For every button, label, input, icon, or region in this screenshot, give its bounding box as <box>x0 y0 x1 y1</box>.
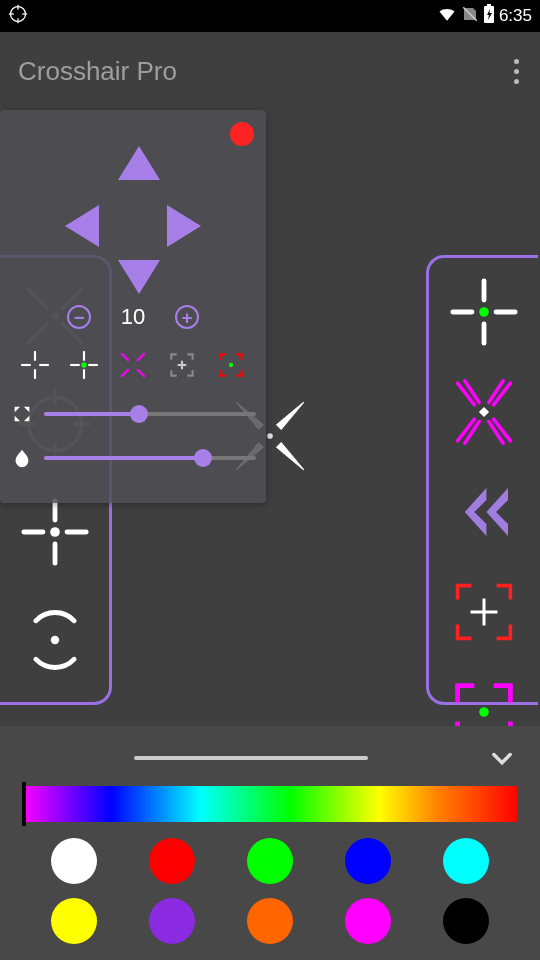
swatch-8[interactable] <box>345 898 391 944</box>
mini-x-magenta[interactable] <box>116 348 150 382</box>
preset-plus-green-dot[interactable] <box>444 276 524 348</box>
svg-point-28 <box>50 527 60 537</box>
sheet-handle[interactable] <box>134 756 368 760</box>
svg-point-48 <box>479 707 489 717</box>
size-slider[interactable] <box>44 412 256 416</box>
preset-brackets-red-plus[interactable] <box>444 576 524 648</box>
step-value: 10 <box>113 304 153 330</box>
dpad-right[interactable] <box>167 205 201 247</box>
svg-rect-43 <box>478 407 488 417</box>
dpad-left[interactable] <box>65 205 99 247</box>
preview-area: − 10 + <box>0 110 540 726</box>
svg-line-58 <box>121 353 128 360</box>
swatch-1[interactable] <box>149 838 195 884</box>
mini-cross-white[interactable] <box>18 348 52 382</box>
color-swatches <box>34 838 506 944</box>
swatch-6[interactable] <box>149 898 195 944</box>
step-plus-button[interactable]: + <box>175 305 199 329</box>
menu-button[interactable] <box>504 49 528 94</box>
app-header: Crosshair Pro <box>0 32 540 110</box>
right-preset-rail <box>426 255 538 705</box>
size-icon <box>10 402 34 426</box>
svg-point-29 <box>50 636 58 644</box>
svg-marker-45 <box>486 488 508 536</box>
swatch-3[interactable] <box>345 838 391 884</box>
swatch-2[interactable] <box>247 838 293 884</box>
svg-line-59 <box>137 353 144 360</box>
opacity-slider[interactable] <box>44 456 256 460</box>
wifi-icon <box>437 4 457 29</box>
svg-line-61 <box>137 369 144 376</box>
preset-broken-circle[interactable] <box>15 600 95 680</box>
dpad <box>53 140 213 300</box>
mini-cross-green-dot[interactable] <box>67 348 101 382</box>
svg-point-34 <box>479 307 489 317</box>
swatch-4[interactable] <box>443 838 489 884</box>
step-minus-button[interactable]: − <box>67 305 91 329</box>
mini-preset-row <box>10 348 256 382</box>
mini-brackets-green[interactable] <box>214 348 248 382</box>
swatch-9[interactable] <box>443 898 489 944</box>
app-title: Crosshair Pro <box>12 56 177 87</box>
preset-x-magenta-slash[interactable] <box>444 376 524 448</box>
svg-point-13 <box>267 433 273 439</box>
status-bar: 6:35 <box>0 0 540 32</box>
collapse-button[interactable] <box>488 744 516 772</box>
color-picker-sheet <box>0 726 540 960</box>
svg-marker-44 <box>464 488 486 536</box>
svg-rect-7 <box>487 4 491 6</box>
sim-icon <box>461 5 479 28</box>
opacity-icon <box>10 446 34 470</box>
svg-marker-10 <box>277 402 304 429</box>
battery-icon <box>483 4 495 29</box>
preset-plus-dot[interactable] <box>15 492 95 572</box>
svg-marker-12 <box>277 443 304 470</box>
main-area: − 10 + <box>0 110 540 726</box>
record-indicator[interactable] <box>230 122 254 146</box>
spectrum-cursor[interactable] <box>22 782 26 826</box>
svg-line-60 <box>121 369 128 376</box>
swatch-0[interactable] <box>51 838 97 884</box>
dpad-up[interactable] <box>118 146 160 180</box>
svg-point-64 <box>229 363 233 367</box>
swatch-7[interactable] <box>247 898 293 944</box>
target-icon <box>8 4 28 29</box>
svg-point-57 <box>81 362 86 367</box>
swatch-5[interactable] <box>51 898 97 944</box>
dpad-down[interactable] <box>118 260 160 294</box>
control-panel[interactable]: − 10 + <box>0 110 266 503</box>
preset-chevron-left[interactable] <box>444 476 524 548</box>
status-time: 6:35 <box>499 6 532 26</box>
mini-brackets-gray[interactable] <box>165 348 199 382</box>
spectrum-slider[interactable] <box>22 786 518 822</box>
